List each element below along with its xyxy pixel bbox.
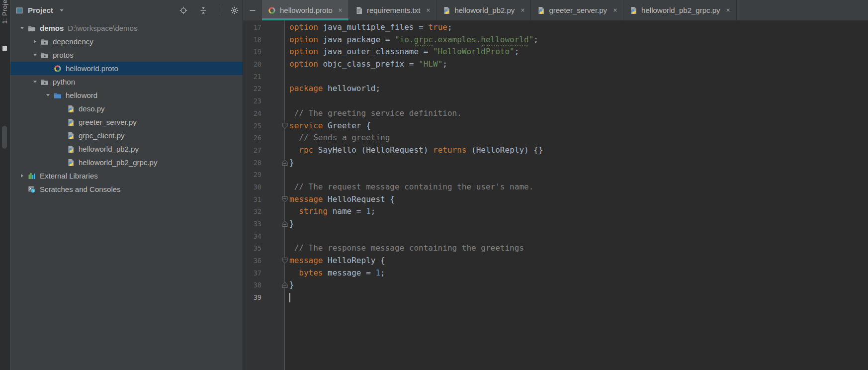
folder-dot-icon — [40, 78, 49, 86]
tab-close-icon[interactable] — [725, 7, 732, 14]
fold-close-icon[interactable] — [281, 159, 288, 166]
code-line-36[interactable]: message HelloReply { — [289, 255, 868, 267]
code-line-19[interactable]: option java_outer_classname = "HelloWorl… — [289, 46, 868, 58]
code-area[interactable]: option java_multiple_files = true;option… — [285, 20, 868, 370]
code-line-28[interactable]: } — [289, 157, 868, 169]
panel-title: Project — [28, 6, 53, 14]
code-line-33[interactable]: } — [289, 218, 868, 230]
hide-tool-window-button[interactable] — [243, 0, 262, 20]
line-number: 20 — [254, 60, 261, 68]
fold-close-icon[interactable] — [281, 220, 288, 227]
code-token: 1 — [366, 206, 371, 216]
code-token: ; — [515, 47, 520, 56]
code-line-26[interactable]: // Sends a greeting — [289, 132, 868, 144]
line-number: 39 — [254, 293, 261, 301]
tab-close-icon[interactable] — [425, 7, 432, 14]
line-number: 38 — [254, 281, 261, 289]
fold-open-icon[interactable] — [281, 257, 288, 264]
tree-item-deso-py[interactable]: deso.py — [10, 102, 243, 115]
fold-open-icon[interactable] — [281, 122, 288, 129]
code-line-17[interactable]: option java_multiple_files = true; — [289, 21, 868, 34]
code-line-18[interactable]: option java_package = "io.grpc.examples.… — [289, 34, 868, 46]
line-number: 33 — [254, 220, 261, 228]
chevron-right-icon[interactable] — [30, 38, 40, 46]
gutter-line: 29 — [243, 169, 284, 181]
tree-item-helloworld-pb2-py[interactable]: helloworld_pb2.py — [10, 142, 243, 156]
libraries-icon — [27, 172, 36, 180]
code-token: string — [299, 206, 328, 216]
code-line-25[interactable]: service Greeter { — [289, 120, 868, 132]
fold-open-icon[interactable] — [281, 196, 288, 203]
tree-item-external-libraries[interactable]: External Libraries — [10, 169, 243, 183]
tree-item-label: helloword — [66, 91, 97, 99]
code-line-27[interactable]: rpc SayHello (HelloRequest) returns (Hel… — [289, 144, 868, 157]
code-token: ; — [380, 268, 385, 278]
code-line-22[interactable]: package helloworld; — [289, 83, 868, 95]
tab-helloworld-proto[interactable]: helloworld.proto — [262, 0, 349, 20]
code-line-31[interactable]: message HelloRequest { — [289, 193, 868, 206]
chevron-down-icon[interactable] — [57, 6, 66, 15]
tree-item-dependency[interactable]: dependency — [10, 35, 243, 48]
tree-indent — [56, 105, 66, 113]
gutter-line: 20 — [243, 58, 284, 71]
chevron-down-icon[interactable] — [43, 92, 53, 99]
chevron-down-icon[interactable] — [30, 51, 40, 59]
code-token: HelloReply { — [323, 256, 385, 265]
code-editor[interactable]: 1718192021222324252627282930313233343536… — [243, 20, 868, 370]
chevron-down-icon[interactable] — [17, 24, 27, 32]
scratches-icon — [27, 185, 36, 193]
code-line-20[interactable]: option objc_class_prefix = "HLW"; — [289, 58, 868, 71]
code-line-21[interactable] — [289, 71, 868, 83]
tree-item-helloworld-pb2-grpc-py[interactable]: helloworld_pb2_grpc.py — [10, 156, 243, 169]
line-number: 37 — [254, 269, 261, 277]
editor-area: helloworld.protorequirements.txthellowor… — [243, 0, 868, 370]
code-line-37[interactable]: bytes message = 1; — [289, 267, 868, 279]
tab-close-icon[interactable] — [519, 7, 526, 14]
tab-helloworld-pb2-py[interactable]: helloworld_pb2.py — [436, 0, 531, 20]
tool-window-bar-handle[interactable] — [2, 126, 7, 149]
chevron-right-icon[interactable] — [17, 172, 27, 180]
code-token: 1 — [375, 268, 380, 278]
tree-item-demos[interactable]: demosD:\workspace\demos — [10, 21, 243, 35]
tree-item-helloworld-proto[interactable]: helloworld.proto — [10, 62, 243, 75]
code-line-24[interactable]: // The greeting service definition. — [289, 107, 868, 120]
code-line-39[interactable] — [289, 291, 868, 304]
code-line-35[interactable]: // The response message containing the g… — [289, 242, 868, 255]
code-line-29[interactable] — [289, 169, 868, 181]
tree-item-scratches-and-consoles[interactable]: Scratches and Consoles — [10, 183, 243, 196]
tab-greeter-server-py[interactable]: greeter_server.py — [531, 0, 623, 20]
proto-file-icon — [267, 6, 276, 15]
code-line-34[interactable] — [289, 230, 868, 243]
line-number: 24 — [254, 109, 261, 117]
tree-item-grpc-client-py[interactable]: grpc_client.py — [10, 129, 243, 142]
tab-close-icon[interactable] — [337, 7, 344, 14]
tree-item-protos[interactable]: protos — [10, 48, 243, 62]
python-file-icon — [629, 6, 638, 15]
tab-requirements-txt[interactable]: requirements.txt — [349, 0, 437, 20]
locate-icon[interactable] — [179, 6, 188, 15]
settings-icon[interactable] — [230, 6, 239, 15]
collapse-all-icon[interactable] — [199, 6, 208, 15]
project-tool-window-button[interactable]: 1: Project — [1, 0, 8, 24]
gutter-line: 19 — [243, 46, 284, 58]
code-line-32[interactable]: string name = 1; — [289, 205, 868, 218]
code-token: HelloRequest { — [323, 194, 395, 204]
code-line-23[interactable] — [289, 95, 868, 107]
line-number: 28 — [254, 159, 261, 167]
tool-window-bar: 1: Project — [0, 0, 10, 370]
project-path: D:\workspace\demos — [68, 24, 137, 32]
tab-helloworld-pb2-grpc-py[interactable]: helloworld_pb2_grpc.py — [623, 0, 736, 20]
fold-close-icon[interactable] — [281, 281, 288, 288]
tree-item-helloword[interactable]: helloword — [10, 89, 243, 102]
tab-close-icon[interactable] — [611, 7, 618, 14]
code-token: objc_class_prefix = — [318, 59, 419, 69]
code-line-30[interactable]: // The request message containing the us… — [289, 181, 868, 193]
tree-item-label: protos — [53, 51, 74, 59]
tree-item-python[interactable]: python — [10, 75, 243, 89]
project-panel: Project demosD:\workspace\demosdependenc… — [10, 0, 243, 370]
tree-item-greeter-server-py[interactable]: greeter_server.py — [10, 115, 243, 129]
tree-item-label: grpc_client.py — [79, 131, 125, 140]
code-line-38[interactable]: } — [289, 279, 868, 291]
chevron-down-icon[interactable] — [30, 78, 40, 86]
code-token: grpc — [414, 35, 433, 44]
